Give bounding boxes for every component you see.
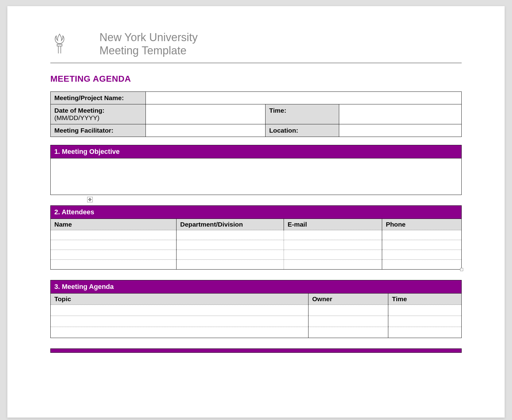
location-label: Location: — [266, 124, 339, 137]
section-attendees: 2. Attendees Name Department/Division E-… — [50, 205, 462, 270]
header-title: New York University Meeting Template — [99, 31, 198, 57]
project-name-value[interactable] — [146, 92, 462, 104]
col-owner: Owner — [308, 294, 388, 305]
attendee-email[interactable] — [284, 260, 382, 270]
meeting-agenda-title: MEETING AGENDA — [50, 74, 462, 84]
agenda-topic[interactable] — [51, 305, 308, 316]
col-dept: Department/Division — [176, 219, 284, 230]
agenda-topic[interactable] — [51, 327, 308, 338]
agenda-time[interactable] — [388, 327, 462, 338]
attendee-phone[interactable] — [382, 240, 462, 250]
agenda-owner[interactable] — [308, 305, 388, 316]
facilitator-label: Meeting Facilitator: — [51, 124, 146, 137]
attendee-email[interactable] — [284, 240, 382, 250]
attendee-email[interactable] — [284, 230, 382, 240]
date-label-text: Date of Meeting: — [54, 107, 104, 114]
nyu-torch-logo-icon — [50, 33, 69, 55]
col-topic: Topic — [51, 294, 308, 305]
attendee-dept[interactable] — [176, 260, 284, 270]
attendee-name[interactable] — [51, 240, 176, 250]
col-time: Time — [388, 294, 462, 305]
attendees-table: Name Department/Division E-mail Phone — [50, 219, 462, 270]
svg-rect-0 — [57, 44, 62, 46]
attendee-dept[interactable] — [176, 250, 284, 260]
agenda-topic[interactable] — [51, 316, 308, 327]
col-name: Name — [51, 219, 176, 230]
attendee-phone[interactable] — [382, 230, 462, 240]
date-label: Date of Meeting: (MM/DD/YYYY) — [51, 104, 146, 124]
section-objective-header: 1. Meeting Objective — [50, 145, 462, 158]
attendee-email[interactable] — [284, 250, 382, 260]
section-attendees-header: 2. Attendees — [50, 205, 462, 219]
attendee-name[interactable] — [51, 250, 176, 260]
date-value[interactable] — [146, 104, 266, 124]
agenda-time[interactable] — [388, 305, 462, 316]
section-agenda-header: 3. Meeting Agenda — [50, 280, 462, 293]
col-phone: Phone — [382, 219, 462, 230]
header-line1: New York University — [99, 31, 198, 44]
agenda-owner[interactable] — [308, 327, 388, 338]
attendee-phone[interactable] — [382, 260, 462, 270]
attendee-dept[interactable] — [176, 230, 284, 240]
attendee-name[interactable] — [51, 230, 176, 240]
page-header: New York University Meeting Template — [50, 31, 462, 63]
attendee-dept[interactable] — [176, 240, 284, 250]
time-value[interactable] — [339, 104, 462, 124]
section-objective-body[interactable] — [50, 158, 462, 195]
header-line2: Meeting Template — [99, 44, 187, 57]
time-label: Time: — [266, 104, 339, 124]
document-page: New York University Meeting Template MEE… — [7, 6, 505, 418]
section-agenda: 3. Meeting Agenda Topic Owner Time — [50, 280, 462, 338]
facilitator-value[interactable] — [146, 124, 266, 137]
attendee-name[interactable] — [51, 260, 176, 270]
meeting-info-table: Meeting/Project Name: Date of Meeting: (… — [50, 91, 462, 137]
section-4-header-partial — [50, 348, 462, 353]
table-resize-handle-icon[interactable] — [460, 268, 463, 271]
date-format-text: (MM/DD/YYYY) — [54, 114, 99, 121]
agenda-time[interactable] — [388, 316, 462, 327]
agenda-owner[interactable] — [308, 316, 388, 327]
col-email: E-mail — [284, 219, 382, 230]
agenda-table: Topic Owner Time — [50, 293, 462, 338]
project-name-label: Meeting/Project Name: — [51, 92, 146, 104]
location-value[interactable] — [339, 124, 462, 137]
table-anchor-icon[interactable]: ✥ — [87, 197, 93, 202]
attendee-phone[interactable] — [382, 250, 462, 260]
